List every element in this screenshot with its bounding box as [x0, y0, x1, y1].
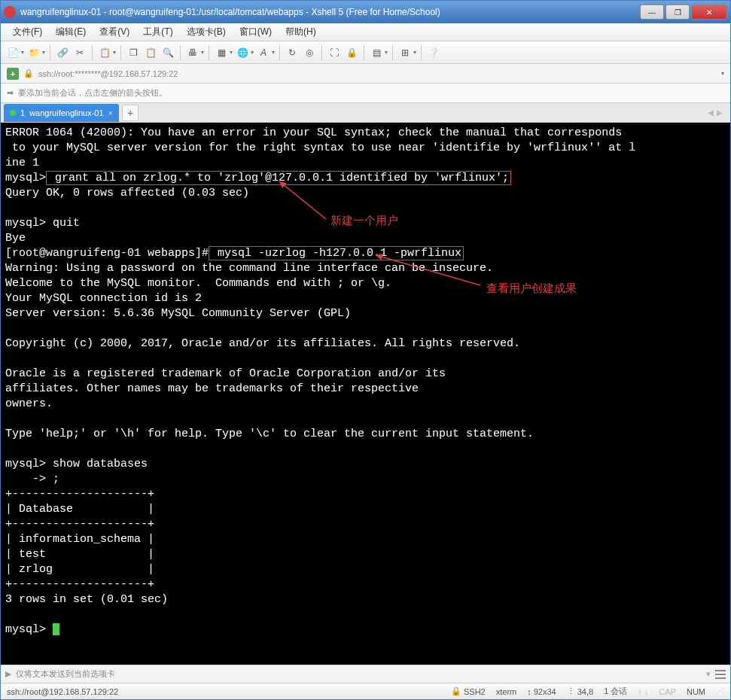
terminal-line: Warning: Using a password on the command…: [5, 262, 493, 275]
size-icon: ↕: [527, 687, 531, 696]
terminal-line: 3 rows in set (0.01 sec): [5, 593, 168, 606]
dropdown-icon[interactable]: ▾: [385, 49, 388, 56]
terminal-line: Type 'help;' or '\h' for help. Type '\c'…: [5, 428, 534, 440]
find-icon[interactable]: 🔍: [160, 45, 175, 60]
terminal-line: | information_schema |: [5, 533, 154, 546]
titlebar[interactable]: wangruifenglinux-01 - root@wangruifeng-0…: [1, 1, 730, 23]
dropdown-icon[interactable]: ▾: [706, 669, 711, 679]
terminal-line: affiliates. Other names may be trademark…: [5, 382, 419, 395]
highlighted-command: mysql -uzrlog -h127.0.0.1 -pwrflinux: [209, 246, 464, 260]
hint-text: 要添加当前会话，点击左侧的箭头按钮。: [18, 87, 167, 99]
cursor: [53, 623, 59, 635]
refresh-icon[interactable]: ↻: [285, 45, 300, 60]
menu-tools[interactable]: 工具(T): [137, 24, 178, 40]
add-session-button[interactable]: +: [7, 68, 19, 80]
dropdown-icon[interactable]: ▾: [21, 49, 24, 56]
fullscreen-icon[interactable]: ⛶: [327, 45, 342, 60]
tab-name: wangruifenglinux-01: [29, 108, 103, 117]
target-icon[interactable]: ◎: [302, 45, 317, 60]
status-termtype: xterm: [496, 687, 517, 696]
close-button[interactable]: ✕: [691, 5, 727, 20]
disconnect-icon[interactable]: ✂: [72, 45, 87, 60]
terminal-line: +--------------------+: [5, 578, 154, 591]
status-connection: ssh://root@192.168.57.129:22: [7, 687, 118, 696]
menu-edit[interactable]: 编辑(E): [50, 24, 92, 40]
reconnect-icon[interactable]: 🔗: [55, 45, 70, 60]
print-icon[interactable]: 🖶: [185, 45, 200, 60]
addressbar: + 🔒 ssh://root:********@192.168.57.129:2…: [1, 64, 730, 84]
tabbar: 1 wangruifenglinux-01 × + ◀ ▶: [1, 103, 730, 123]
tab-close-icon[interactable]: ×: [108, 108, 113, 117]
toolbar: 📄▾ 📁▾ 🔗 ✂ 📋▾ ❐ 📋 🔍 🖶▾ ▦▾ 🌐▾ A▾ ↻ ◎ ⛶ 🔒 ▤…: [1, 41, 730, 64]
terminal-line: +--------------------+: [5, 518, 154, 531]
menu-view[interactable]: 查看(V): [93, 24, 136, 40]
menu-file[interactable]: 文件(F): [7, 24, 48, 40]
terminal-line: Bye: [5, 232, 26, 245]
globe-icon[interactable]: 🌐: [235, 45, 250, 60]
terminal-line: Copyright (c) 2000, 2017, Oracle and/or …: [5, 337, 520, 350]
terminal-line: | Database |: [5, 503, 154, 516]
terminal-line: mysql> show databases: [5, 458, 148, 470]
terminal[interactable]: ERROR 1064 (42000): You have an error in…: [1, 123, 730, 665]
dropdown-icon[interactable]: ▾: [251, 49, 254, 56]
lock-icon: 🔒: [23, 68, 34, 78]
terminal-line: | test |: [5, 548, 154, 561]
help-icon[interactable]: ❔: [426, 45, 441, 60]
svg-line-0: [279, 181, 326, 219]
dropdown-icon[interactable]: ▾: [42, 49, 45, 56]
hosts-icon[interactable]: ▤: [369, 45, 384, 60]
menubar: 文件(F) 编辑(E) 查看(V) 工具(T) 选项卡(B) 窗口(W) 帮助(…: [1, 23, 730, 41]
dropdown-icon[interactable]: ▾: [201, 49, 204, 56]
app-icon: [4, 6, 16, 18]
send-icon: ▶: [5, 669, 11, 679]
tile-icon[interactable]: ⊞: [397, 45, 413, 60]
prev-tab-icon[interactable]: ◀: [708, 108, 714, 117]
terminal-line: ine 1: [5, 157, 39, 169]
dropdown-icon[interactable]: ▾: [113, 49, 116, 56]
dropdown-icon[interactable]: ▾: [272, 49, 275, 56]
lock-icon[interactable]: 🔒: [344, 45, 359, 60]
menu-icon[interactable]: [715, 670, 726, 679]
menu-tabs[interactable]: 选项卡(B): [181, 24, 232, 40]
pos-icon: ⋮: [567, 686, 575, 696]
font-icon[interactable]: A: [256, 45, 271, 60]
properties-icon[interactable]: 📋: [97, 45, 112, 60]
open-folder-icon[interactable]: 📁: [26, 45, 41, 60]
resize-grip-icon[interactable]: ⋰: [716, 686, 724, 696]
quick-command-bar: ▶ 仅将文本发送到当前选项卡 ▾: [1, 665, 730, 683]
terminal-line: Your MySQL connection id is 2: [5, 292, 202, 305]
status-sessions: 1 会话: [604, 686, 627, 697]
terminal-line: Server version: 5.6.36 MySQL Community S…: [5, 307, 351, 320]
terminal-line: ERROR 1064 (42000): You have an error in…: [5, 126, 622, 139]
terminal-line: Query OK, 0 rows affected (0.03 sec): [5, 187, 249, 199]
copy-icon[interactable]: ❐: [126, 45, 141, 60]
terminal-line: -> ;: [5, 473, 59, 485]
terminal-line: [root@wangruifeng-01 webapps]#: [5, 247, 209, 260]
dropdown-icon[interactable]: ▾: [413, 49, 416, 56]
hintbar: ➡ 要添加当前会话，点击左侧的箭头按钮。: [1, 84, 730, 103]
new-session-icon[interactable]: 📄: [5, 45, 20, 60]
input-placeholder[interactable]: 仅将文本发送到当前选项卡: [16, 668, 702, 680]
status-proto: SSH2: [464, 687, 486, 696]
new-tab-button[interactable]: +: [122, 105, 139, 121]
paste-icon[interactable]: 📋: [143, 45, 158, 60]
layout-icon[interactable]: ▦: [214, 45, 229, 60]
title-text: wangruifenglinux-01 - root@wangruifeng-0…: [20, 7, 638, 17]
maximize-button[interactable]: ❐: [666, 5, 690, 20]
dropdown-icon[interactable]: ▾: [230, 49, 233, 56]
address-url[interactable]: ssh://root:********@192.168.57.129:22: [38, 69, 178, 78]
annotation-label-2: 查看用户创建成果: [486, 281, 577, 296]
session-tab[interactable]: 1 wangruifenglinux-01 ×: [4, 104, 119, 122]
up-arrow-icon[interactable]: ↑: [638, 687, 642, 696]
status-dot-icon: [10, 110, 16, 116]
dropdown-icon[interactable]: ▾: [721, 70, 724, 77]
tab-index: 1: [20, 108, 25, 117]
menu-help[interactable]: 帮助(H): [279, 24, 322, 40]
terminal-line: mysql>: [5, 172, 46, 184]
menu-window[interactable]: 窗口(W): [233, 24, 278, 40]
status-num: NUM: [687, 687, 705, 696]
next-tab-icon[interactable]: ▶: [717, 108, 723, 117]
down-arrow-icon[interactable]: ↓: [644, 687, 649, 696]
minimize-button[interactable]: —: [640, 5, 664, 20]
terminal-line: mysql>: [5, 623, 53, 636]
